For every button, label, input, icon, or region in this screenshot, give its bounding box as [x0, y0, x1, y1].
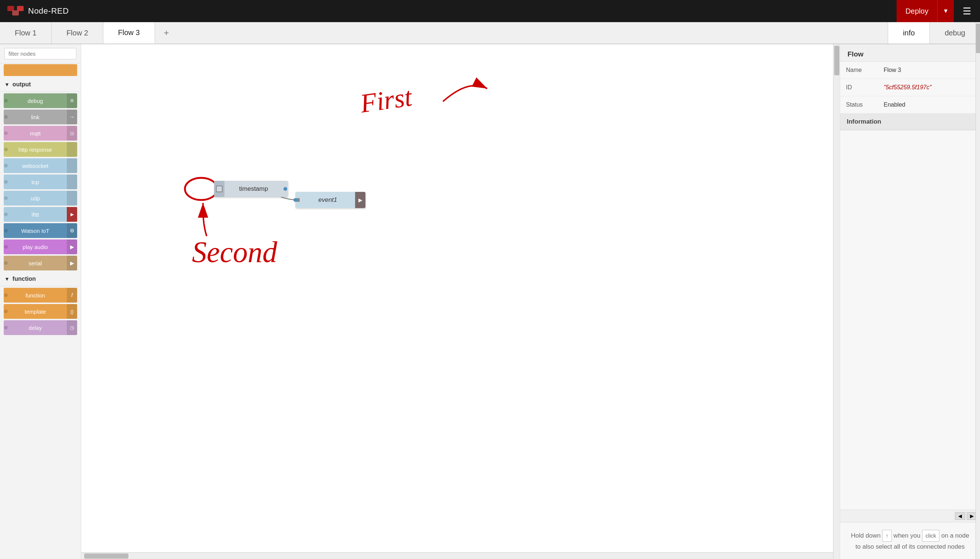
info-subsection: Information [840, 114, 980, 130]
node-item-template[interactable]: template {} [4, 304, 77, 319]
canvas-node-event1[interactable]: event1 ▶ [295, 192, 366, 208]
node-item-play-audio[interactable]: play audio ▶ [4, 240, 77, 254]
h-scroll-thumb [84, 554, 128, 559]
hamburger-icon: ☰ [963, 5, 971, 17]
timestamp-output-port [283, 187, 288, 191]
deploy-button[interactable]: Deploy [897, 0, 937, 22]
resize-smaller-button[interactable]: ◀ [955, 512, 965, 520]
svg-rect-1 [12, 10, 19, 15]
ifttt-icon: ▶ [67, 207, 77, 222]
sidebar-search-area [0, 44, 81, 63]
main-layout: ▼ output debug ≡ link → mqtt ))) http re [0, 44, 980, 559]
app-title: Node-RED [28, 6, 69, 16]
hint-text: Hold down ↑ when you click on a node to … [849, 530, 971, 552]
mqtt-icon: ))) [67, 126, 77, 141]
node-item-udp[interactable]: udp [4, 191, 77, 205]
info-panel-title: Flow [840, 44, 980, 61]
canvas-node-timestamp[interactable]: timestamp [214, 181, 288, 197]
trigger-icon [216, 185, 223, 192]
deploy-dropdown[interactable]: ▼ [937, 0, 954, 22]
info-row-name: Name Flow 3 [840, 61, 980, 79]
port-left [4, 304, 8, 319]
udp-icon [67, 191, 77, 205]
node-item-websocket[interactable]: websocket [4, 158, 77, 173]
port-left [4, 223, 8, 238]
port-left [4, 126, 8, 141]
node-item-delay[interactable]: delay ◷ [4, 320, 77, 335]
hint-key: ↑ [882, 530, 892, 542]
menu-button[interactable]: ☰ [954, 0, 980, 22]
debug-icon: ≡ [67, 93, 77, 108]
port-left [4, 175, 8, 189]
link-icon: → [67, 109, 77, 124]
node-item-http-response[interactable]: http response [4, 142, 77, 157]
section-header-function[interactable]: ▼ function [0, 272, 81, 286]
section-arrow-output: ▼ [5, 81, 10, 88]
search-input[interactable] [5, 48, 76, 60]
watson-icon: ⚙ [67, 223, 77, 238]
svg-text:Second: Second [192, 236, 278, 268]
timestamp-trigger-button[interactable] [214, 181, 224, 197]
port-left [4, 142, 8, 157]
event1-icon: ▶ [358, 197, 363, 203]
node-item-function[interactable]: function f [4, 288, 77, 303]
info-row-status: Status Enabled [840, 96, 980, 114]
tab-flow2[interactable]: Flow 2 [52, 22, 103, 43]
serial-icon: ▶ [67, 256, 77, 270]
tcp-icon [67, 175, 77, 189]
node-item-debug[interactable]: debug ≡ [4, 93, 77, 108]
panel-resize-area: ◀ ▶ [840, 509, 980, 522]
logo-icon [7, 5, 24, 18]
tab-info[interactable]: info [888, 22, 929, 43]
topbar: Node-RED Deploy ▼ ☰ [0, 0, 980, 22]
port-left [4, 207, 8, 222]
wires-svg [81, 44, 840, 559]
right-panel-footer: Hold down ↑ when you click on a node to … [840, 522, 980, 559]
event1-input-port [295, 192, 300, 208]
websocket-icon [67, 158, 77, 173]
play-audio-icon: ▶ [67, 240, 77, 254]
node-item-ifttt[interactable]: ifttt ▶ [4, 207, 77, 222]
node-item-link[interactable]: link → [4, 109, 77, 124]
tab-flow3[interactable]: Flow 3 [103, 22, 155, 43]
add-flow-button[interactable]: + [155, 22, 178, 43]
node-item-serial[interactable]: serial ▶ [4, 256, 77, 270]
port-left [4, 256, 8, 270]
input-dot [293, 198, 297, 202]
info-content-area [840, 130, 980, 509]
svg-point-7 [185, 178, 217, 200]
svg-rect-0 [7, 6, 14, 11]
tabbar: Flow 1 Flow 2 Flow 3 + info debug [0, 22, 980, 44]
node-item-tcp[interactable]: tcp [4, 175, 77, 189]
tab-flow1[interactable]: Flow 1 [0, 22, 52, 43]
section-header-output[interactable]: ▼ output [0, 78, 81, 92]
canvas-area[interactable]: First Second timestamp [81, 44, 840, 559]
port-left [4, 191, 8, 205]
canvas-scrollbar-v[interactable] [833, 44, 840, 559]
port-left [4, 109, 8, 124]
event1-icon-area: ▶ [355, 192, 366, 208]
port-left [4, 158, 8, 173]
node-item-mqtt[interactable]: mqtt ))) [4, 126, 77, 141]
sidebar-scroll[interactable]: ▼ output debug ≡ link → mqtt ))) http re [0, 63, 81, 559]
node-item-watson-iot[interactable]: Watson IoT ⚙ [4, 223, 77, 238]
hint-action: click [922, 530, 939, 542]
v-scroll-thumb [834, 46, 839, 75]
canvas-scrollbar-h[interactable] [81, 552, 833, 559]
port-left [4, 288, 8, 303]
delay-icon: ◷ [67, 320, 77, 335]
port-left [4, 240, 8, 254]
port-left [4, 320, 8, 335]
node-item-top-partial[interactable] [4, 64, 77, 76]
port-left [4, 93, 8, 108]
tab-debug[interactable]: debug [929, 22, 980, 43]
tab-spacer [178, 22, 888, 43]
function-icon: f [67, 288, 77, 303]
template-icon: {} [67, 304, 77, 319]
info-row-id: ID "5cf55259.5f197c" [840, 79, 980, 96]
svg-text:First: First [358, 82, 414, 118]
http-icon [67, 142, 77, 157]
sidebar: ▼ output debug ≡ link → mqtt ))) http re [0, 44, 81, 559]
svg-rect-2 [17, 6, 24, 11]
right-panel: Flow Name Flow 3 ID "5cf55259.5f197c" St… [840, 44, 980, 559]
